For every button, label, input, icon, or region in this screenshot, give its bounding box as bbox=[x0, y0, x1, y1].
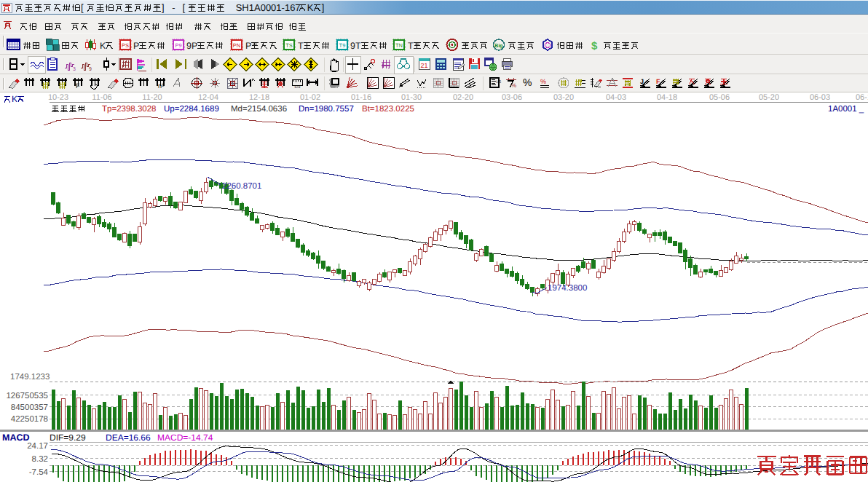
svg-text:]: ] bbox=[322, 2, 325, 13]
svg-text:3: 3 bbox=[73, 67, 76, 72]
svg-text:01-16: 01-16 bbox=[351, 93, 371, 102]
svg-text:123: 123 bbox=[294, 85, 301, 90]
svg-text:04-18: 04-18 bbox=[657, 93, 677, 102]
svg-text:126750535: 126750535 bbox=[6, 392, 48, 400]
svg-text:12-04: 12-04 bbox=[198, 93, 218, 102]
svg-text:P9: P9 bbox=[175, 42, 181, 49]
svg-text:1749.1233: 1749.1233 bbox=[10, 373, 50, 382]
svg-text:Md=2154.0636: Md=2154.0636 bbox=[231, 105, 287, 114]
svg-text:06-03: 06-03 bbox=[810, 93, 830, 102]
svg-text:Up=2284.1689: Up=2284.1689 bbox=[164, 105, 219, 114]
svg-text:TS: TS bbox=[285, 42, 293, 49]
svg-text:MACD: MACD bbox=[2, 432, 30, 443]
svg-text:8.32: 8.32 bbox=[32, 455, 48, 464]
svg-text:10-23: 10-23 bbox=[48, 93, 68, 102]
svg-text:Big: Big bbox=[494, 43, 502, 49]
svg-text:T: T bbox=[298, 41, 304, 51]
svg-text:K: K bbox=[12, 94, 17, 104]
svg-text:]: ] bbox=[162, 2, 165, 13]
svg-text:[: [ bbox=[182, 2, 185, 13]
svg-text:12-18: 12-18 bbox=[249, 93, 269, 102]
svg-text:SH1A0001-167: SH1A0001-167 bbox=[236, 2, 301, 13]
svg-text:[: [ bbox=[81, 2, 84, 13]
svg-text:TN: TN bbox=[395, 42, 403, 49]
svg-text:9T: 9T bbox=[350, 41, 361, 51]
svg-text:11-06: 11-06 bbox=[92, 93, 111, 102]
svg-text:01-30: 01-30 bbox=[401, 93, 422, 102]
svg-text:MACD=-14.74: MACD=-14.74 bbox=[157, 432, 213, 443]
svg-text:21: 21 bbox=[420, 62, 427, 69]
svg-text:2260.8701: 2260.8701 bbox=[222, 182, 261, 191]
svg-text:05-20: 05-20 bbox=[759, 93, 779, 102]
svg-text:DEA=16.66: DEA=16.66 bbox=[106, 432, 151, 443]
svg-text:-: - bbox=[172, 2, 175, 13]
svg-text:05-06: 05-06 bbox=[709, 93, 730, 102]
svg-text:03-20: 03-20 bbox=[553, 93, 574, 102]
svg-text:1:5: 1:5 bbox=[496, 80, 501, 84]
svg-text:24.17: 24.17 bbox=[27, 442, 48, 451]
svg-text:F: F bbox=[76, 82, 80, 90]
svg-text:Tp=2398.3028: Tp=2398.3028 bbox=[102, 105, 157, 114]
svg-text:PN: PN bbox=[233, 42, 240, 49]
svg-text:84500357: 84500357 bbox=[11, 403, 48, 412]
svg-text:K: K bbox=[100, 41, 106, 51]
svg-text:1974.3800: 1974.3800 bbox=[548, 284, 587, 293]
svg-text:01-02: 01-02 bbox=[300, 93, 320, 102]
svg-text:9: 9 bbox=[89, 67, 92, 72]
svg-text:9P: 9P bbox=[186, 41, 197, 51]
svg-text:P: P bbox=[133, 41, 139, 51]
svg-text:%: % bbox=[511, 82, 516, 89]
svg-text:03-06: 03-06 bbox=[502, 93, 522, 102]
svg-text:T9: T9 bbox=[339, 42, 346, 49]
svg-text:DIF=9.29: DIF=9.29 bbox=[50, 432, 86, 443]
svg-text:T: T bbox=[408, 41, 414, 51]
svg-text:02-20: 02-20 bbox=[453, 93, 473, 102]
svg-text:Dn=1980.7557: Dn=1980.7557 bbox=[299, 105, 354, 114]
svg-text:%: % bbox=[523, 76, 532, 88]
svg-text:PS: PS bbox=[122, 42, 129, 49]
svg-text:06-17: 06-17 bbox=[856, 93, 868, 102]
svg-text:%: % bbox=[540, 78, 546, 85]
svg-text:F: F bbox=[656, 78, 660, 85]
svg-text:11-20: 11-20 bbox=[142, 93, 162, 102]
svg-text:J: J bbox=[640, 78, 644, 85]
svg-text:04-03: 04-03 bbox=[606, 93, 626, 102]
svg-text:-7.54: -7.54 bbox=[29, 468, 49, 477]
svg-text:42250178: 42250178 bbox=[11, 415, 48, 424]
svg-text:$: $ bbox=[591, 40, 598, 52]
svg-text:P: P bbox=[245, 41, 251, 51]
svg-text:1A0001 _: 1A0001 _ bbox=[828, 105, 864, 114]
svg-text:n²: n² bbox=[158, 82, 164, 90]
svg-text:Bt=1823.0225: Bt=1823.0225 bbox=[362, 105, 414, 114]
svg-text:K: K bbox=[307, 2, 314, 13]
